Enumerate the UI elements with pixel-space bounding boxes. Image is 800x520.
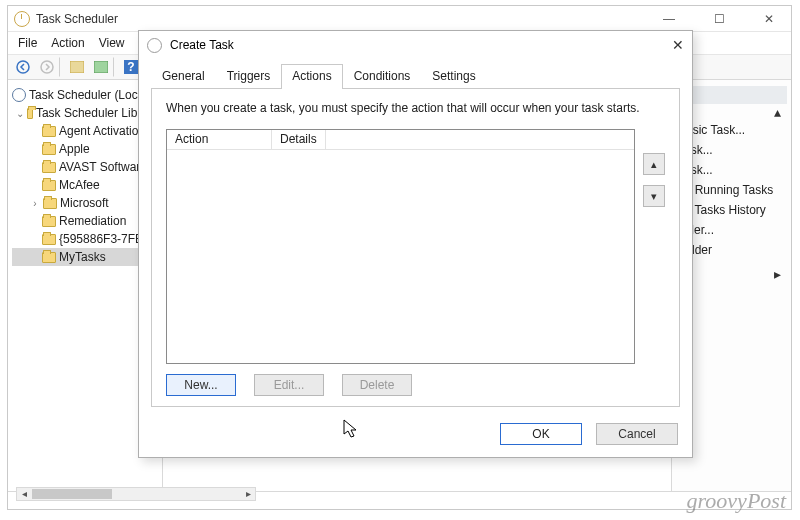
- menu-file[interactable]: File: [18, 36, 37, 50]
- reorder-buttons: ▴ ▾: [643, 129, 665, 364]
- toolbar-icon-1[interactable]: [66, 57, 88, 77]
- dialog-icon: [147, 38, 162, 53]
- tab-actions[interactable]: Actions: [281, 64, 342, 89]
- tree-item[interactable]: Apple: [12, 140, 158, 158]
- column-action[interactable]: Action: [167, 130, 272, 149]
- actions-more-icon[interactable]: ▸: [678, 260, 787, 282]
- folder-icon: [42, 162, 56, 173]
- dialog-title: Create Task: [170, 38, 234, 52]
- tab-conditions[interactable]: Conditions: [343, 64, 422, 89]
- tree-library[interactable]: ⌄ Task Scheduler Library: [12, 104, 158, 122]
- expand-icon[interactable]: ›: [30, 198, 40, 209]
- actions-pane-item[interactable]: All Tasks History: [678, 200, 787, 220]
- list-header: Action Details: [167, 130, 634, 150]
- window-controls: — ☐ ✕: [653, 12, 785, 26]
- cancel-button[interactable]: Cancel: [596, 423, 678, 445]
- actions-pane-item[interactable]: blder...: [678, 220, 787, 240]
- actions-pane-header: [678, 86, 787, 104]
- tree-item-selected[interactable]: MyTasks: [12, 248, 158, 266]
- folder-icon: [43, 198, 57, 209]
- tab-triggers[interactable]: Triggers: [216, 64, 282, 89]
- folder-icon: [42, 180, 56, 191]
- scroll-right-icon[interactable]: ▸: [241, 488, 255, 500]
- dialog-close-button[interactable]: ✕: [672, 37, 684, 53]
- menu-view[interactable]: View: [99, 36, 125, 50]
- folder-icon: [42, 144, 56, 155]
- svg-point-1: [41, 61, 53, 73]
- ok-button[interactable]: OK: [500, 423, 582, 445]
- watermark: groovyPost: [687, 488, 786, 514]
- tree-item[interactable]: Agent Activation: [12, 122, 158, 140]
- task-scheduler-icon: [14, 11, 30, 27]
- actions-pane-item[interactable]: Task...: [678, 160, 787, 180]
- tabstrip: General Triggers Actions Conditions Sett…: [151, 63, 680, 89]
- svg-point-0: [17, 61, 29, 73]
- tree-item[interactable]: AVAST Software: [12, 158, 158, 176]
- maximize-button[interactable]: ☐: [703, 12, 735, 26]
- action-buttons-row: New... Edit... Delete: [166, 374, 665, 396]
- scroll-left-icon[interactable]: ◂: [17, 488, 31, 500]
- actions-list-area: Action Details ▴ ▾: [166, 129, 665, 364]
- folder-icon: [42, 216, 56, 227]
- move-down-button[interactable]: ▾: [643, 185, 665, 207]
- forward-button[interactable]: [38, 57, 60, 77]
- tree-item[interactable]: ›Microsoft: [12, 194, 158, 212]
- svg-rect-2: [70, 61, 84, 73]
- minimize-button[interactable]: —: [653, 12, 685, 26]
- dialog-footer: OK Cancel: [139, 415, 692, 457]
- close-button[interactable]: ✕: [753, 12, 785, 26]
- folder-icon: [27, 108, 33, 119]
- column-details[interactable]: Details: [272, 130, 326, 149]
- back-button[interactable]: [12, 57, 34, 77]
- instruction-text: When you create a task, you must specify…: [166, 101, 665, 115]
- scrollbar-horizontal[interactable]: ◂ ▸: [16, 487, 256, 501]
- svg-text:?: ?: [127, 60, 134, 74]
- tab-settings[interactable]: Settings: [421, 64, 486, 89]
- folder-icon: [42, 234, 56, 245]
- tab-general[interactable]: General: [151, 64, 216, 89]
- edit-button[interactable]: Edit...: [254, 374, 324, 396]
- collapse-icon[interactable]: ⌄: [16, 108, 24, 119]
- actions-collapse-icon[interactable]: ▴: [678, 104, 787, 120]
- actions-pane-item[interactable]: All Running Tasks: [678, 180, 787, 200]
- scroll-thumb[interactable]: [32, 489, 112, 499]
- create-task-dialog: Create Task ✕ General Triggers Actions C…: [138, 30, 693, 458]
- tree-item[interactable]: McAfee: [12, 176, 158, 194]
- tab-panel: When you create a task, you must specify…: [151, 89, 680, 407]
- delete-button[interactable]: Delete: [342, 374, 412, 396]
- dialog-body: General Triggers Actions Conditions Sett…: [139, 59, 692, 415]
- dialog-titlebar: Create Task ✕: [139, 31, 692, 59]
- tree-root[interactable]: Task Scheduler (Local): [12, 86, 158, 104]
- toolbar-icon-2[interactable]: [92, 57, 114, 77]
- actions-listbox[interactable]: Action Details: [166, 129, 635, 364]
- tree-item[interactable]: Remediation: [12, 212, 158, 230]
- clock-icon: [12, 88, 26, 102]
- window-title: Task Scheduler: [36, 12, 118, 26]
- titlebar: Task Scheduler — ☐ ✕: [8, 6, 791, 32]
- tree-item[interactable]: {595886F3-7FE…: [12, 230, 158, 248]
- move-up-button[interactable]: ▴: [643, 153, 665, 175]
- menu-action[interactable]: Action: [51, 36, 84, 50]
- new-button[interactable]: New...: [166, 374, 236, 396]
- actions-pane-item[interactable]: Task...: [678, 140, 787, 160]
- svg-rect-3: [94, 61, 108, 73]
- actions-pane-item[interactable]: Basic Task...: [678, 120, 787, 140]
- folder-icon: [42, 126, 56, 137]
- actions-pane-item[interactable]: Folder: [678, 240, 787, 260]
- folder-icon: [42, 252, 56, 263]
